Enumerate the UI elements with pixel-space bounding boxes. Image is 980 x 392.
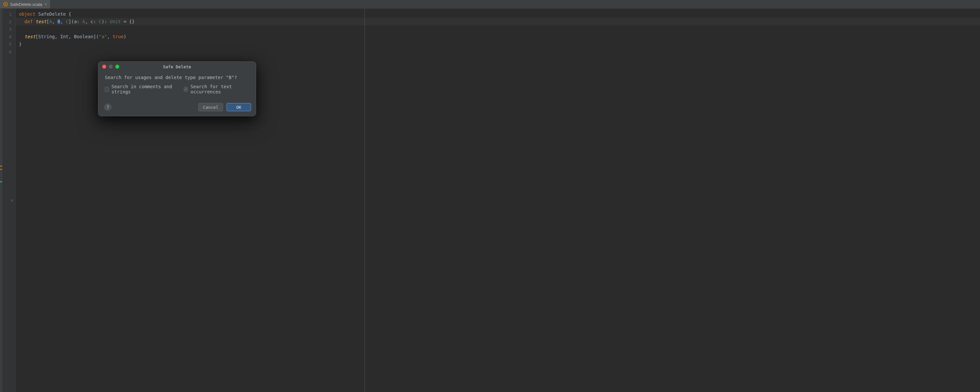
code-text: } [19,41,22,47]
gutter-marker [0,181,2,182]
punct: , [52,19,57,24]
line-number: 6 [3,48,15,56]
punct: , [55,34,60,39]
safe-delete-dialog: Safe Delete Search for usages and delete… [98,61,256,116]
punct: , [60,19,66,24]
code-text: SafeDelete { [36,11,72,17]
code-line: ⊟} [16,40,980,48]
punct: , [68,34,74,39]
keyword: def [24,19,33,24]
line-number: 2 [3,18,15,25]
help-button[interactable]: ? [104,104,111,111]
bracket: ) [124,34,126,39]
dialog-footer: ? Cancel OK [98,101,256,116]
line-number: 1 [3,10,15,18]
code-line [16,25,980,33]
type-param: C [66,19,68,24]
type-ref: C [99,19,102,24]
function-name: test [33,19,46,24]
boolean-literal: true [113,34,124,39]
dialog-body: Search for usages and delete type parame… [98,72,256,101]
window-maximize-icon[interactable] [115,65,119,69]
dialog-titlebar[interactable]: Safe Delete [98,62,256,72]
search-comments-checkbox[interactable]: Search in comments and strings [105,84,177,94]
code-editor[interactable]: ⊟object SafeDelete { def test[A, B, C](a… [16,9,980,392]
function-call: test [24,34,36,39]
code-text: = {} [121,19,135,24]
dialog-title: Safe Delete [98,64,256,69]
gutter-marker [0,166,2,167]
dialog-buttons: Cancel OK [198,103,251,112]
dialog-options: Search in comments and strings Search fo… [105,84,249,94]
keyword: object [19,11,36,17]
tab-filename: SafeDelete.scala [10,2,42,7]
left-gutter-strip [0,9,3,392]
indent [19,19,24,24]
bracket: [ [36,34,38,39]
code-text: ](a: [68,19,82,24]
indent [19,34,24,39]
line-number: 4 [3,33,15,40]
scala-file-icon [3,2,8,6]
line-number: 3 [3,25,15,33]
type-arg: Boolean [74,34,94,39]
gutter-marker [0,169,2,170]
type-ref: Unit [110,19,121,24]
code-text: , c: [85,19,99,24]
checkbox-icon [105,87,109,92]
editor-area: 1 2 3 4 5 6 ⊟object SafeDelete { def tes… [0,9,980,392]
editor-tab-bar: SafeDelete.scala × [0,0,980,9]
type-param: A [49,19,52,24]
search-text-checkbox[interactable]: Search for text occurrences [184,84,249,94]
editor-tab[interactable]: SafeDelete.scala × [0,0,51,8]
fold-toggle-icon[interactable]: ⊟ [11,199,14,202]
window-controls [102,65,119,69]
code-line: def test[A, B, C](a: A, c: C): Unit = {} [16,18,980,25]
type-arg: Int [60,34,68,39]
ok-button[interactable]: OK [226,103,251,112]
cancel-button[interactable]: Cancel [198,103,223,112]
code-line: test[String, Int, Boolean]("a", true) [16,33,980,40]
bracket: ]( [94,34,99,39]
window-close-icon[interactable] [102,65,106,69]
string-literal: "a" [99,34,107,39]
dialog-message: Search for usages and delete type parame… [105,75,249,80]
editor-split-divider[interactable] [364,9,365,392]
line-number: 5 [3,40,15,48]
close-tab-icon[interactable]: × [45,2,47,7]
code-text: ): [102,19,110,24]
bracket: [ [46,19,49,24]
window-minimize-icon [109,65,113,69]
checkbox-checked-icon [184,87,188,92]
type-arg: String [38,34,55,39]
code-line: ⊟object SafeDelete { [16,10,980,18]
punct: , [107,34,113,39]
checkbox-label: Search for text occurrences [191,84,249,94]
checkbox-label: Search in comments and strings [111,84,177,94]
